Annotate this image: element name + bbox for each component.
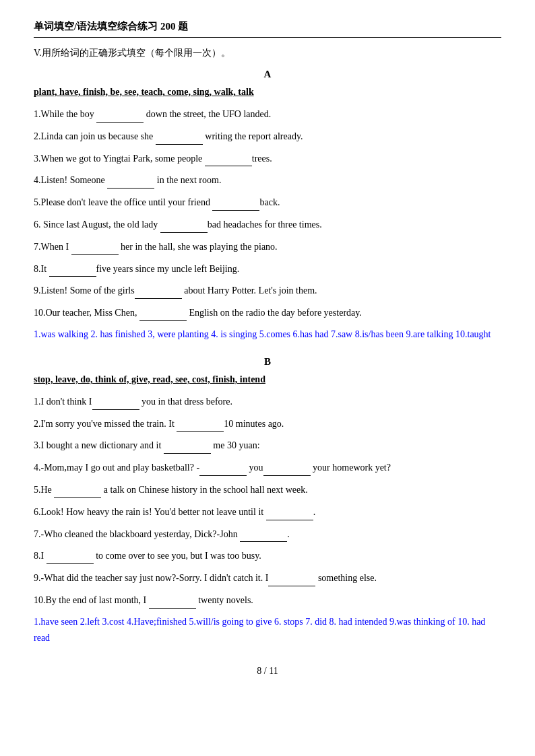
section-a-heading: A	[34, 69, 501, 80]
question-item: 2.I'm sorry you've missed the train. It …	[34, 415, 501, 432]
question-item: 9.Listen! Some of the girls about Harry …	[34, 282, 501, 299]
question-item: 9.-What did the teacher say just now?-So…	[34, 570, 501, 586]
question-item: 3.When we got to Yingtai Park, some peop…	[34, 150, 501, 167]
page-footer: 8 / 11	[34, 666, 501, 677]
question-item: 8.It five years since my uncle left Beij…	[34, 261, 501, 277]
section-instruction: V.用所给词的正确形式填空（每个限用一次）。	[34, 47, 501, 59]
question-item: 8.I to come over to see you, but I was t…	[34, 547, 501, 564]
section-a-word-list: plant, have, finish, be, see, teach, com…	[34, 87, 501, 98]
question-item: 1.While the boy down the street, the UFO…	[34, 106, 501, 123]
question-item: 7.-Who cleaned the blackboard yesterday,…	[34, 526, 501, 543]
section-b-questions: 1.I don't think I you in that dress befo…	[34, 393, 501, 609]
question-item: 2.Linda can join us because she writing …	[34, 128, 501, 145]
question-item: 5.He a talk on Chinese history in the sc…	[34, 481, 501, 498]
section-b-heading: B	[34, 356, 501, 368]
question-item: 6.Look! How heavy the rain is! You'd bet…	[34, 504, 501, 520]
question-item: 10.Our teacher, Miss Chen, English on th…	[34, 304, 501, 321]
question-item: 10.By the end of last month, I twenty no…	[34, 592, 501, 609]
section-a-answers: 1.was walking 2. has finished 3, were pl…	[34, 327, 501, 343]
section-a-questions: 1.While the boy down the street, the UFO…	[34, 106, 501, 321]
question-item: 6. Since last August, the old lady bad h…	[34, 216, 501, 233]
question-item: 5.Please don't leave the office until yo…	[34, 194, 501, 211]
question-item: 4.-Mom,may I go out and play basketball?…	[34, 459, 501, 476]
question-item: 1.I don't think I you in that dress befo…	[34, 393, 501, 410]
page-title: 单词填空/语法填空综合练习 200 题	[34, 20, 501, 38]
section-b-word-list: stop, leave, do, think of, give, read, s…	[34, 374, 501, 385]
section-b-answers: 1.have seen 2.left 3.cost 4.Have;finishe…	[34, 614, 501, 646]
question-item: 3.I bought a new dictionary and it me 30…	[34, 437, 501, 454]
question-item: 4.Listen! Someone in the next room.	[34, 172, 501, 188]
question-item: 7.When I her in the hall, she was playin…	[34, 238, 501, 255]
